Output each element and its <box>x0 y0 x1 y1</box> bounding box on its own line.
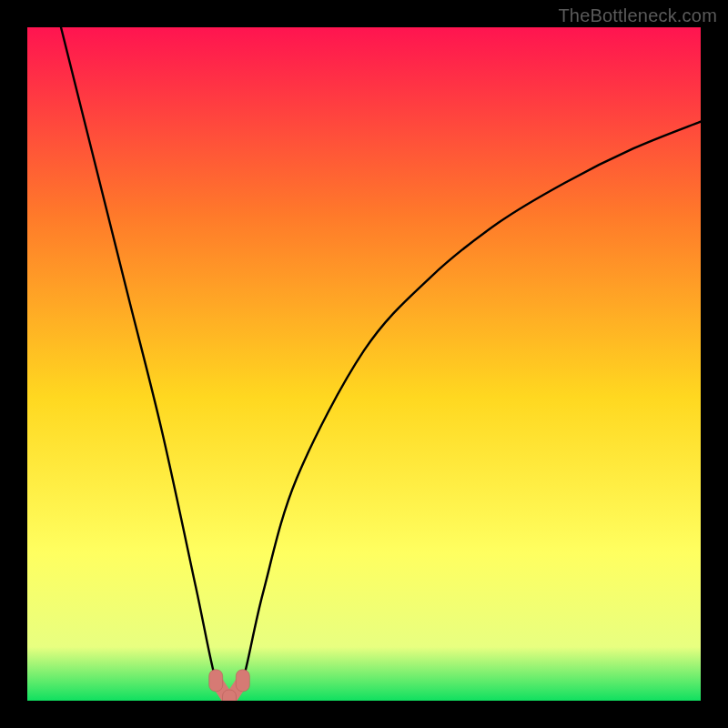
trough-marker <box>223 690 237 701</box>
trough-marker <box>209 670 223 692</box>
gradient-background <box>27 27 701 701</box>
plot-area <box>27 27 701 701</box>
plot-svg <box>27 27 701 701</box>
watermark-text: TheBottleneck.com <box>558 5 717 26</box>
chart-frame: TheBottleneck.com <box>0 0 728 728</box>
trough-marker <box>236 670 249 692</box>
